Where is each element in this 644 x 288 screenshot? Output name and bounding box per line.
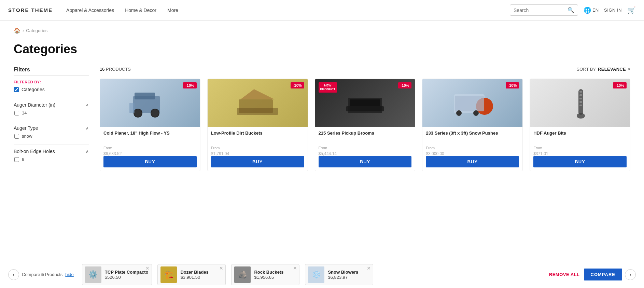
filter-9-label: 9 (22, 157, 24, 162)
search-box[interactable]: 🔍 (510, 4, 578, 16)
product-info-5: HDF Auger Bits From $371.01 BUY (530, 127, 630, 171)
svg-rect-19 (579, 94, 582, 96)
product-svg-2 (237, 86, 278, 120)
buy-button-1[interactable]: BUY (103, 156, 197, 167)
filter-bolton-label: Bolt-on Edge Holes (14, 149, 55, 154)
product-info-1: Cold Planer, 18" High Flow - YS From $6,… (100, 127, 200, 171)
product-card-4[interactable]: -10% 233 Series (3ft x 3ft) Snow Pushes (422, 79, 523, 171)
product-svg-1 (129, 86, 170, 120)
svg-rect-7 (237, 108, 278, 115)
filter-auger-diameter-header[interactable]: Auger Diameter (in) ∧ (14, 102, 89, 108)
svg-marker-6 (240, 89, 275, 99)
product-name-4: 233 Series (3ft x 3ft) Snow Pushes (426, 130, 519, 142)
price-original-3: $5,444.14 (319, 151, 337, 156)
breadcrumb-separator: › (23, 28, 24, 33)
svg-point-15 (473, 110, 479, 116)
breadcrumb: 🏠 › Categories (14, 27, 630, 34)
discount-badge-1: -10% (183, 82, 197, 88)
filter-bolton-header[interactable]: Bolt-on Edge Holes ∧ (14, 149, 89, 154)
filter-snow-label: snow (22, 134, 32, 139)
product-card-2[interactable]: -10% Low-Profile Dirt Buckets From $1,79… (207, 79, 308, 171)
price-original-4: $3,000.00 (426, 151, 444, 156)
filter-option-9[interactable]: 9 (14, 157, 89, 162)
search-input[interactable] (514, 8, 568, 13)
products-count-number: 16 (100, 67, 104, 72)
price-from-label-3: From (319, 146, 412, 150)
sort-value: RELEVANCE (598, 67, 626, 72)
products-count: 16 PRODUCTS (100, 67, 131, 72)
logo: STORE THEME (8, 7, 53, 13)
svg-point-3 (151, 109, 159, 117)
price-from-label-4: From (426, 146, 519, 150)
product-name-1: Cold Planer, 18" High Flow - YS (103, 130, 197, 142)
discount-badge-5: -10% (613, 82, 627, 88)
filtered-by-label: FILTERED BY: (14, 80, 89, 84)
filter-option-snow[interactable]: snow (14, 134, 89, 139)
nav-home-decor[interactable]: Home & Decor (125, 6, 156, 14)
buy-button-5[interactable]: BUY (533, 156, 627, 167)
svg-rect-1 (135, 93, 155, 99)
product-card-5[interactable]: -10% HDF Auger Bits (530, 79, 630, 171)
discount-badge-4: -10% (506, 82, 519, 88)
product-info-2: Low-Profile Dirt Buckets From $1,791.04 … (208, 127, 308, 171)
nav-apparel[interactable]: Apparel & Accessories (66, 6, 114, 14)
lang-label: EN (592, 8, 599, 13)
product-card-1[interactable]: -10% Cold Planer, 18" High Flow - YS (100, 79, 200, 171)
filter-snow-checkbox[interactable] (14, 134, 19, 139)
filter-section-bolton: Bolt-on Edge Holes ∧ 9 (14, 144, 89, 162)
language-selector[interactable]: 🌐 EN (584, 6, 599, 14)
svg-rect-4 (129, 103, 135, 113)
svg-rect-13 (455, 96, 484, 111)
price-original-2: $1,791.04 (211, 151, 229, 156)
filter-auger-diameter-label: Auger Diameter (in) (14, 102, 55, 108)
filter-9-checkbox[interactable] (14, 157, 19, 162)
chevron-down-icon: ▾ (628, 67, 630, 72)
product-info-3: 215 Series Pickup Brooms From $5,444.14 … (315, 127, 415, 171)
products-grid: -10% Cold Planer, 18" High Flow - YS (100, 79, 630, 171)
svg-rect-20 (579, 98, 582, 99)
buy-button-2[interactable]: BUY (211, 156, 304, 167)
product-info-4: 233 Series (3ft x 3ft) Snow Pushes From … (422, 127, 522, 171)
filter-categories-row[interactable]: Categories (14, 87, 89, 92)
product-svg-4 (452, 86, 493, 120)
buy-button-3[interactable]: BUY (319, 156, 412, 167)
sign-in-button[interactable]: SIGN IN (604, 8, 622, 13)
buy-button-4[interactable]: BUY (426, 156, 519, 167)
filter-section-auger-type: Auger Type ∧ snow (14, 121, 89, 139)
chevron-up-icon-3: ∧ (86, 149, 89, 154)
sort-by-label: SORT BY (576, 67, 596, 72)
chevron-up-icon-2: ∧ (86, 126, 89, 131)
filter-option-14[interactable]: 14 (14, 110, 89, 115)
products-header: 16 PRODUCTS SORT BY RELEVANCE ▾ (100, 67, 630, 72)
breadcrumb-home-icon[interactable]: 🏠 (14, 27, 20, 34)
svg-rect-10 (346, 106, 384, 111)
main-content: 🏠 › Categories Categories Filters FILTER… (0, 20, 644, 261)
cart-icon[interactable]: 🛒 (627, 6, 636, 14)
globe-icon: 🌐 (584, 6, 591, 14)
sort-by-control[interactable]: SORT BY RELEVANCE ▾ (576, 67, 630, 72)
product-svg-5 (560, 86, 601, 120)
product-name-5: HDF Auger Bits (533, 130, 627, 142)
price-from-label-1: From (103, 146, 197, 150)
price-from-label-5: From (533, 146, 627, 150)
new-badge-3: NEWPRODUCT (319, 82, 337, 93)
filter-14-checkbox[interactable] (14, 111, 19, 115)
filter-section-auger-diameter: Auger Diameter (in) ∧ 14 (14, 98, 89, 115)
product-card-3[interactable]: -10% NEWPRODUCT 215 Series Pickup Brooms… (315, 79, 416, 171)
page-title: Categories (14, 42, 630, 56)
svg-point-14 (456, 110, 462, 116)
nav-more[interactable]: More (167, 6, 178, 14)
filters-title: Filters (14, 67, 89, 76)
products-area: 16 PRODUCTS SORT BY RELEVANCE ▾ -10% (100, 67, 630, 171)
discount-badge-2: -10% (291, 82, 304, 88)
chevron-up-icon: ∧ (86, 102, 89, 107)
svg-rect-18 (579, 91, 582, 93)
filter-auger-type-header[interactable]: Auger Type ∧ (14, 125, 89, 131)
filter-categories-checkbox[interactable] (14, 87, 19, 92)
product-name-2: Low-Profile Dirt Buckets (211, 130, 304, 142)
content-layout: Filters FILTERED BY: Categories Auger Di… (14, 67, 630, 171)
search-icon[interactable]: 🔍 (568, 7, 574, 13)
main-nav: Apparel & Accessories Home & Decor More (66, 6, 510, 14)
product-svg-3 (345, 86, 386, 120)
product-name-3: 215 Series Pickup Brooms (319, 130, 412, 142)
